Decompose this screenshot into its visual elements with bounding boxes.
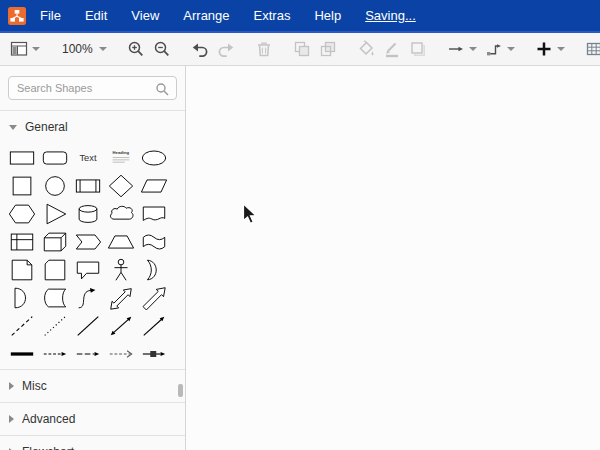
line-color-button bbox=[379, 36, 405, 62]
to-front-button bbox=[289, 36, 315, 62]
shape-arrow[interactable] bbox=[137, 284, 170, 312]
toolbar: 100% bbox=[0, 33, 600, 66]
menu-item-edit[interactable]: Edit bbox=[73, 0, 119, 31]
shape-parallelogram[interactable] bbox=[137, 172, 170, 200]
shape-rectangle[interactable] bbox=[5, 144, 38, 172]
shape-ellipse[interactable] bbox=[137, 144, 170, 172]
shape-cylinder[interactable] bbox=[71, 200, 104, 228]
shape-cloud[interactable] bbox=[104, 200, 137, 228]
fill-color-icon bbox=[357, 40, 375, 58]
zoom-level-button[interactable]: 100% bbox=[56, 36, 111, 62]
table-button[interactable] bbox=[581, 36, 600, 62]
drawio-logo-icon bbox=[8, 7, 26, 25]
menu-item-saving[interactable]: Saving... bbox=[353, 0, 428, 31]
shape-square[interactable] bbox=[5, 172, 38, 200]
search-row bbox=[0, 66, 185, 110]
shadow-icon bbox=[409, 40, 427, 58]
shape-sections: GeneralTextHeadingMiscAdvancedFlowchart bbox=[0, 110, 185, 450]
waypoints-button[interactable] bbox=[481, 36, 519, 62]
chevron-right-icon bbox=[9, 415, 14, 423]
shape-step[interactable] bbox=[71, 228, 104, 256]
zoom-in-button[interactable] bbox=[123, 36, 149, 62]
shape-textbox[interactable]: Heading bbox=[104, 144, 137, 172]
section-header-flowchart[interactable]: Flowchart bbox=[0, 435, 185, 450]
chevron-down-icon bbox=[469, 47, 477, 51]
to-back-button bbox=[315, 36, 341, 62]
shape-cube[interactable] bbox=[38, 228, 71, 256]
zoom-level-label: 100% bbox=[60, 42, 95, 56]
shape-directional-connector[interactable] bbox=[137, 312, 170, 340]
section-header-misc[interactable]: Misc bbox=[0, 369, 185, 402]
shape-bidirectional-arrow[interactable] bbox=[104, 284, 137, 312]
menu-item-view[interactable]: View bbox=[119, 0, 171, 31]
zoom-out-button[interactable] bbox=[149, 36, 175, 62]
connection-icon bbox=[447, 40, 465, 58]
shape-triangle[interactable] bbox=[38, 200, 71, 228]
redo-button bbox=[213, 36, 239, 62]
shape-palette: TextHeading bbox=[0, 143, 185, 369]
undo-icon bbox=[191, 40, 209, 58]
shape-tape[interactable] bbox=[137, 228, 170, 256]
section-label: Flowchart bbox=[22, 445, 74, 450]
shape-or[interactable] bbox=[137, 256, 170, 284]
shape-circle[interactable] bbox=[38, 172, 71, 200]
shape-dotted-line[interactable] bbox=[38, 312, 71, 340]
shape-trapezoid[interactable] bbox=[104, 228, 137, 256]
shape-link[interactable] bbox=[5, 340, 38, 368]
main-area: GeneralTextHeadingMiscAdvancedFlowchart bbox=[0, 66, 600, 450]
chevron-down-icon bbox=[99, 47, 107, 51]
insert-button[interactable] bbox=[531, 36, 569, 62]
shape-rounded-rectangle[interactable] bbox=[38, 144, 71, 172]
shape-dashed-line[interactable] bbox=[5, 312, 38, 340]
shape-bidirectional-connector[interactable] bbox=[104, 312, 137, 340]
to-back-icon bbox=[319, 40, 337, 58]
menu-item-help[interactable]: Help bbox=[302, 0, 353, 31]
shape-labeled-arrow[interactable] bbox=[137, 340, 170, 368]
shape-data-storage[interactable] bbox=[38, 284, 71, 312]
shapes-sidebar: GeneralTextHeadingMiscAdvancedFlowchart bbox=[0, 66, 186, 450]
search-icon[interactable] bbox=[155, 82, 169, 96]
shape-note[interactable] bbox=[5, 256, 38, 284]
delete-button bbox=[251, 36, 277, 62]
shape-dashed-arrow[interactable] bbox=[38, 340, 71, 368]
chevron-down-icon bbox=[32, 47, 40, 51]
section-label: General bbox=[25, 120, 68, 134]
shape-open-arrow[interactable] bbox=[104, 340, 137, 368]
chevron-down-icon bbox=[9, 125, 17, 130]
shape-actor[interactable] bbox=[104, 256, 137, 284]
view-panels-button[interactable] bbox=[6, 36, 44, 62]
shape-diamond[interactable] bbox=[104, 172, 137, 200]
zoom-out-icon bbox=[153, 40, 171, 58]
shape-and[interactable] bbox=[5, 284, 38, 312]
shape-document[interactable] bbox=[137, 200, 170, 228]
menu-item-arrange[interactable]: Arrange bbox=[171, 0, 241, 31]
shape-process[interactable] bbox=[71, 172, 104, 200]
section-header-advanced[interactable]: Advanced bbox=[0, 402, 185, 435]
chevron-right-icon bbox=[9, 382, 14, 390]
to-front-icon bbox=[293, 40, 311, 58]
menu-bar-items: FileEditViewArrangeExtrasHelpSaving... bbox=[28, 0, 428, 31]
shape-callout[interactable] bbox=[71, 256, 104, 284]
shape-hexagon[interactable] bbox=[5, 200, 38, 228]
svg-text:Text: Text bbox=[79, 153, 97, 163]
shape-internal-storage[interactable] bbox=[5, 228, 38, 256]
fill-color-button bbox=[353, 36, 379, 62]
drawing-canvas[interactable] bbox=[186, 66, 600, 450]
undo-button[interactable] bbox=[187, 36, 213, 62]
waypoints-icon bbox=[485, 40, 503, 58]
section-header-general[interactable]: General bbox=[0, 110, 185, 143]
shape-text[interactable]: Text bbox=[71, 144, 104, 172]
menu-item-file[interactable]: File bbox=[28, 0, 73, 31]
shape-curve[interactable] bbox=[71, 284, 104, 312]
shape-line[interactable] bbox=[71, 312, 104, 340]
chevron-down-icon bbox=[507, 47, 515, 51]
drawio-app: FileEditViewArrangeExtrasHelpSaving... 1… bbox=[0, 0, 600, 450]
mouse-cursor bbox=[242, 203, 258, 225]
sidebar-scrollbar-thumb[interactable] bbox=[178, 384, 183, 397]
search-shapes-input[interactable] bbox=[8, 76, 177, 100]
shape-card[interactable] bbox=[38, 256, 71, 284]
shape-dashed-arrow-2[interactable] bbox=[71, 340, 104, 368]
connection-button[interactable] bbox=[443, 36, 481, 62]
section-label: Misc bbox=[22, 379, 47, 393]
menu-item-extras[interactable]: Extras bbox=[242, 0, 303, 31]
